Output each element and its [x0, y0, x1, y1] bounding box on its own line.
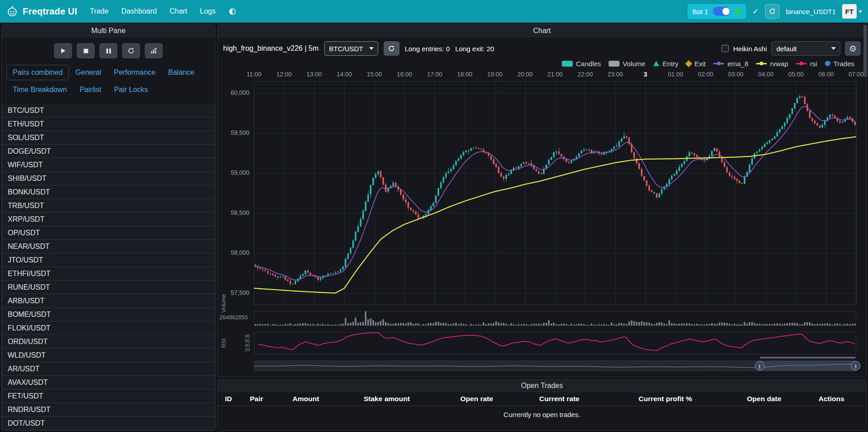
tab[interactable]: Pairlist: [73, 82, 107, 97]
nav-link[interactable]: Trade: [90, 7, 108, 15]
price-chart-canvas[interactable]: [218, 69, 866, 356]
heikin-ashi-checkbox[interactable]: [722, 45, 729, 52]
heikin-ashi-label: Heikin Ashi: [733, 45, 767, 53]
open-trades-header-row: IDPairAmountStake amountOpen rateCurrent…: [218, 392, 866, 406]
legend-marker: [713, 63, 724, 64]
legend-item[interactable]: Volume: [609, 60, 645, 68]
navbar-right: Bot 1 ✓ binance_USDT1 FT ▾: [688, 4, 862, 19]
plot-settings-button[interactable]: ⚙: [845, 41, 861, 56]
pair-row[interactable]: BONK/USDT: [2, 185, 215, 199]
clear-chart-button[interactable]: [145, 43, 163, 58]
open-trades-title: Open Trades: [218, 379, 866, 392]
legend-item[interactable]: rvwap: [756, 60, 788, 68]
pair-row[interactable]: ETHFI/USDT: [2, 267, 215, 281]
open-trades-column-header: ID: [225, 395, 250, 403]
pair-list: BTC/USDTETH/USDTSOL/USDTDOGE/USDTWIF/USD…: [2, 104, 215, 430]
theme-toggle-icon[interactable]: [229, 8, 236, 15]
bot-toggle-knob: [722, 8, 730, 15]
legend-item[interactable]: ema_8: [713, 60, 748, 68]
open-trades-empty-message: Currently no open trades.: [218, 406, 866, 423]
pair-row[interactable]: SHIB/USDT: [2, 171, 215, 185]
chart-toolbar: high_frog_binance_v226 | 5m BTC/USDT Lon…: [218, 37, 866, 58]
tab[interactable]: Performance: [107, 65, 162, 80]
pair-row[interactable]: BTC/USDT: [2, 104, 215, 117]
pair-row[interactable]: ETH/USDT: [2, 117, 215, 131]
stop-button[interactable]: [77, 43, 95, 58]
brand[interactable]: Freqtrade UI: [6, 5, 77, 17]
datazoom-handle-left[interactable]: ∥: [755, 361, 764, 371]
open-trades-column-header: Stake amount: [364, 395, 460, 403]
chart-legend: Candles Volume Entry: [218, 58, 866, 69]
tab[interactable]: General: [69, 65, 107, 80]
play-button[interactable]: [54, 43, 72, 58]
pair-row[interactable]: AVAX/USDT: [2, 375, 215, 389]
pair-row[interactable]: BOME/USDT: [2, 307, 215, 321]
open-trades-column-header: Open rate: [460, 395, 539, 403]
plot-config-select-wrap: default: [771, 41, 840, 56]
chart-toolbar-right: Heikin Ashi default ⚙: [722, 41, 861, 56]
nav-link[interactable]: Dashboard: [121, 7, 156, 15]
pair-row[interactable]: FET/USDT: [2, 389, 215, 403]
tab[interactable]: Time Breakdown: [6, 82, 73, 97]
page-scrollbar[interactable]: [863, 25, 867, 77]
nav-link[interactable]: Logs: [200, 7, 216, 15]
legend-item[interactable]: rsi: [796, 60, 817, 68]
chart-panel: Chart high_frog_binance_v226 | 5m BTC/US…: [217, 24, 867, 377]
navbar: Freqtrade UI TradeDashboardChartLogs Bot…: [0, 0, 868, 23]
legend-item[interactable]: Entry: [653, 60, 678, 68]
legend-item[interactable]: Candles: [562, 60, 601, 68]
pair-row[interactable]: OP/USDT: [2, 226, 215, 240]
pair-row[interactable]: WIF/USDT: [2, 158, 215, 172]
legend-item[interactable]: Trades: [825, 60, 854, 68]
datazoom-window[interactable]: [760, 361, 856, 371]
nav-links: TradeDashboardChartLogs: [90, 7, 215, 15]
legend-marker: [756, 63, 767, 64]
right-column: Chart high_frog_binance_v226 | 5m BTC/US…: [217, 24, 867, 431]
reload-bot-button[interactable]: [765, 4, 780, 19]
gear-icon: ⚙: [849, 44, 857, 54]
user-menu[interactable]: FT ▾: [842, 4, 862, 19]
legend-marker: [609, 61, 619, 67]
legend-label: ema_8: [727, 60, 748, 68]
tab[interactable]: Pair Locks: [107, 82, 154, 97]
pair-row[interactable]: DOT/USDT: [2, 416, 215, 430]
pause-button[interactable]: [99, 43, 117, 58]
strategy-label: high_frog_binance_v226 | 5m: [223, 44, 319, 53]
tab[interactable]: Balance: [162, 65, 201, 80]
legend-item[interactable]: Exit: [686, 60, 706, 68]
pair-row[interactable]: XRP/USDT: [2, 212, 215, 226]
brand-title: Freqtrade UI: [23, 6, 77, 17]
pair-row[interactable]: JTO/USDT: [2, 253, 215, 267]
pair-row[interactable]: SOL/USDT: [2, 131, 215, 145]
chart-area: [218, 69, 866, 356]
chart-panel-title: Chart: [218, 24, 866, 37]
app-root: Freqtrade UI TradeDashboardChartLogs Bot…: [0, 0, 868, 432]
reload-config-button[interactable]: [122, 43, 140, 58]
pair-row[interactable]: FLOKI/USDT: [2, 321, 215, 335]
long-exit-label: Long exit: 20: [455, 45, 494, 53]
refresh-chart-button[interactable]: [384, 41, 400, 56]
bot-controls: [2, 37, 215, 64]
pair-row[interactable]: ARB/USDT: [2, 294, 215, 308]
pair-row[interactable]: RNDR/USDT: [2, 403, 215, 417]
pair-row[interactable]: NEAR/USDT: [2, 239, 215, 253]
pair-row[interactable]: DOGE/USDT: [2, 144, 215, 158]
datazoom-slider[interactable]: ∥ ∥: [254, 360, 856, 371]
bot-selector[interactable]: Bot 1: [688, 4, 746, 19]
pair-row[interactable]: WLD/USDT: [2, 348, 215, 362]
legend-label: Candles: [576, 60, 601, 68]
pair-row[interactable]: ORDI/USDT: [2, 335, 215, 349]
datazoom-handle-right[interactable]: ∥: [851, 361, 861, 371]
pair-select[interactable]: BTC/USDT: [324, 41, 378, 56]
pair-row[interactable]: RUNE/USDT: [2, 280, 215, 294]
legend-marker: [796, 63, 807, 64]
pair-row[interactable]: TRB/USDT: [2, 199, 215, 213]
bot-toggle[interactable]: [713, 7, 731, 16]
open-trades-panel: Open Trades IDPairAmountStake amountOpen…: [217, 379, 867, 431]
nav-link[interactable]: Chart: [170, 7, 187, 15]
plot-config-select[interactable]: default: [771, 41, 840, 56]
pair-row[interactable]: AR/USDT: [2, 362, 215, 376]
tab[interactable]: Pairs combined: [6, 65, 69, 80]
open-trades-column-header: Pair: [250, 395, 293, 403]
legend-label: Trades: [834, 60, 854, 68]
